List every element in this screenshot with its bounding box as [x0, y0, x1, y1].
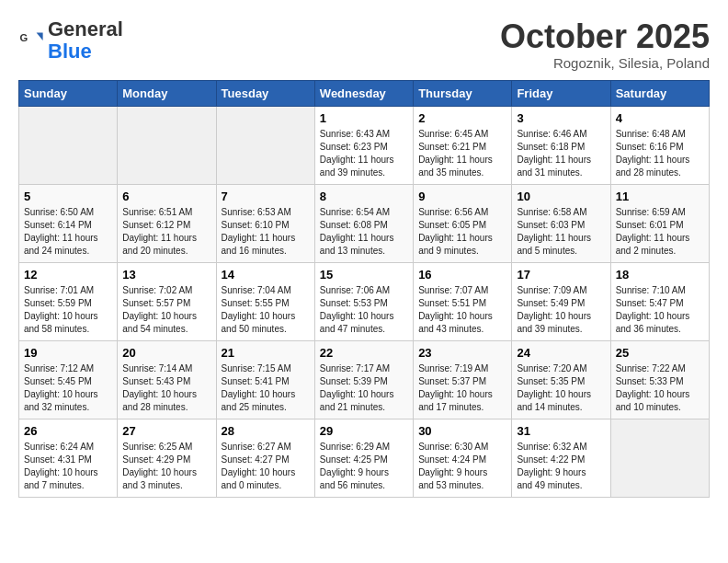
calendar-cell: 11Sunrise: 6:59 AM Sunset: 6:01 PM Dayli… [610, 184, 709, 262]
month-title: October 2025 [500, 18, 710, 55]
calendar-cell: 2Sunrise: 6:45 AM Sunset: 6:21 PM Daylig… [414, 106, 512, 184]
day-number: 7 [222, 190, 310, 203]
svg-text:G: G [19, 33, 28, 44]
calendar-cell: 9Sunrise: 6:56 AM Sunset: 6:05 PM Daylig… [414, 184, 512, 262]
day-info: Sunrise: 6:43 AM Sunset: 6:23 PM Dayligh… [320, 128, 408, 179]
weekday-header-friday: Friday [512, 80, 610, 106]
calendar-week-row: 1Sunrise: 6:43 AM Sunset: 6:23 PM Daylig… [19, 106, 710, 184]
day-number: 4 [616, 111, 704, 125]
day-info: Sunrise: 7:01 AM Sunset: 5:59 PM Dayligh… [24, 284, 112, 336]
day-number: 2 [418, 111, 506, 125]
day-info: Sunrise: 6:48 AM Sunset: 6:16 PM Dayligh… [616, 128, 704, 179]
calendar-week-row: 19Sunrise: 7:12 AM Sunset: 5:45 PM Dayli… [19, 340, 710, 419]
calendar-cell: 30Sunrise: 6:30 AM Sunset: 4:24 PM Dayli… [414, 419, 512, 497]
calendar-cell: 1Sunrise: 6:43 AM Sunset: 6:23 PM Daylig… [314, 106, 413, 184]
weekday-header-thursday: Thursday [414, 80, 512, 106]
day-number: 16 [418, 268, 506, 282]
calendar-cell: 27Sunrise: 6:25 AM Sunset: 4:29 PM Dayli… [118, 419, 216, 497]
weekday-header-saturday: Saturday [610, 80, 709, 106]
calendar-week-row: 5Sunrise: 6:50 AM Sunset: 6:14 PM Daylig… [19, 184, 710, 262]
calendar-cell: 6Sunrise: 6:51 AM Sunset: 6:12 PM Daylig… [118, 184, 216, 262]
location-subtitle: Rogoznik, Silesia, Poland [500, 55, 710, 71]
calendar-cell: 23Sunrise: 7:19 AM Sunset: 5:37 PM Dayli… [414, 340, 512, 419]
day-number: 22 [320, 346, 408, 360]
calendar-cell [19, 106, 118, 184]
day-number: 8 [320, 190, 408, 203]
calendar-cell: 12Sunrise: 7:01 AM Sunset: 5:59 PM Dayli… [19, 262, 118, 340]
day-number: 25 [616, 346, 704, 360]
calendar-cell: 18Sunrise: 7:10 AM Sunset: 5:47 PM Dayli… [610, 262, 709, 340]
day-info: Sunrise: 6:32 AM Sunset: 4:22 PM Dayligh… [517, 441, 605, 492]
calendar-cell: 7Sunrise: 6:53 AM Sunset: 6:10 PM Daylig… [216, 184, 314, 262]
day-number: 17 [517, 268, 605, 282]
calendar-cell: 13Sunrise: 7:02 AM Sunset: 5:57 PM Dayli… [118, 262, 216, 340]
day-info: Sunrise: 6:24 AM Sunset: 4:31 PM Dayligh… [24, 441, 112, 492]
day-info: Sunrise: 6:51 AM Sunset: 6:12 PM Dayligh… [122, 206, 210, 258]
day-info: Sunrise: 6:29 AM Sunset: 4:25 PM Dayligh… [320, 441, 408, 492]
day-number: 21 [222, 346, 310, 360]
logo-text: General Blue [48, 18, 123, 63]
calendar-cell: 24Sunrise: 7:20 AM Sunset: 5:35 PM Dayli… [512, 340, 610, 419]
day-info: Sunrise: 6:53 AM Sunset: 6:10 PM Dayligh… [222, 206, 310, 258]
day-number: 26 [24, 424, 112, 438]
title-area: October 2025 Rogoznik, Silesia, Poland [500, 18, 710, 71]
day-number: 20 [122, 346, 210, 360]
day-info: Sunrise: 6:25 AM Sunset: 4:29 PM Dayligh… [122, 441, 210, 492]
calendar-cell: 10Sunrise: 6:58 AM Sunset: 6:03 PM Dayli… [512, 184, 610, 262]
day-info: Sunrise: 6:30 AM Sunset: 4:24 PM Dayligh… [418, 441, 506, 492]
day-number: 28 [222, 424, 310, 438]
day-info: Sunrise: 7:10 AM Sunset: 5:47 PM Dayligh… [616, 284, 704, 336]
weekday-header-wednesday: Wednesday [314, 80, 413, 106]
logo: G General Blue [18, 18, 123, 63]
calendar-cell: 4Sunrise: 6:48 AM Sunset: 6:16 PM Daylig… [610, 106, 709, 184]
day-info: Sunrise: 7:19 AM Sunset: 5:37 PM Dayligh… [418, 362, 506, 414]
day-info: Sunrise: 6:56 AM Sunset: 6:05 PM Dayligh… [418, 206, 506, 258]
day-number: 1 [320, 111, 408, 125]
calendar-cell: 22Sunrise: 7:17 AM Sunset: 5:39 PM Dayli… [314, 340, 413, 419]
calendar-header-row: SundayMondayTuesdayWednesdayThursdayFrid… [19, 80, 710, 106]
day-number: 13 [122, 268, 210, 282]
calendar-cell: 14Sunrise: 7:04 AM Sunset: 5:55 PM Dayli… [216, 262, 314, 340]
day-number: 18 [616, 268, 704, 282]
day-number: 24 [517, 346, 605, 360]
logo-icon: G [18, 28, 44, 53]
day-number: 14 [222, 268, 310, 282]
calendar-cell: 29Sunrise: 6:29 AM Sunset: 4:25 PM Dayli… [314, 419, 413, 497]
calendar-cell [610, 419, 709, 497]
day-info: Sunrise: 7:09 AM Sunset: 5:49 PM Dayligh… [517, 284, 605, 336]
calendar-cell: 25Sunrise: 7:22 AM Sunset: 5:33 PM Dayli… [610, 340, 709, 419]
weekday-header-tuesday: Tuesday [216, 80, 314, 106]
day-number: 15 [320, 268, 408, 282]
day-info: Sunrise: 6:59 AM Sunset: 6:01 PM Dayligh… [616, 206, 704, 258]
day-info: Sunrise: 7:06 AM Sunset: 5:53 PM Dayligh… [320, 284, 408, 336]
calendar-cell: 15Sunrise: 7:06 AM Sunset: 5:53 PM Dayli… [314, 262, 413, 340]
day-info: Sunrise: 7:02 AM Sunset: 5:57 PM Dayligh… [122, 284, 210, 336]
day-info: Sunrise: 6:45 AM Sunset: 6:21 PM Dayligh… [418, 128, 506, 179]
calendar-cell [118, 106, 216, 184]
calendar-cell: 21Sunrise: 7:15 AM Sunset: 5:41 PM Dayli… [216, 340, 314, 419]
day-number: 29 [320, 424, 408, 438]
day-number: 31 [517, 424, 605, 438]
day-info: Sunrise: 7:17 AM Sunset: 5:39 PM Dayligh… [320, 362, 408, 414]
calendar-cell: 26Sunrise: 6:24 AM Sunset: 4:31 PM Dayli… [19, 419, 118, 497]
day-number: 10 [517, 190, 605, 203]
day-number: 5 [24, 190, 112, 203]
calendar-cell: 3Sunrise: 6:46 AM Sunset: 6:18 PM Daylig… [512, 106, 610, 184]
day-number: 12 [24, 268, 112, 282]
day-info: Sunrise: 7:15 AM Sunset: 5:41 PM Dayligh… [222, 362, 310, 414]
calendar-cell: 28Sunrise: 6:27 AM Sunset: 4:27 PM Dayli… [216, 419, 314, 497]
day-info: Sunrise: 7:12 AM Sunset: 5:45 PM Dayligh… [24, 362, 112, 414]
day-info: Sunrise: 7:04 AM Sunset: 5:55 PM Dayligh… [222, 284, 310, 336]
day-number: 27 [122, 424, 210, 438]
day-info: Sunrise: 6:50 AM Sunset: 6:14 PM Dayligh… [24, 206, 112, 258]
calendar-week-row: 12Sunrise: 7:01 AM Sunset: 5:59 PM Dayli… [19, 262, 710, 340]
day-info: Sunrise: 6:27 AM Sunset: 4:27 PM Dayligh… [222, 441, 310, 492]
calendar-cell: 16Sunrise: 7:07 AM Sunset: 5:51 PM Dayli… [414, 262, 512, 340]
day-number: 3 [517, 111, 605, 125]
day-number: 6 [122, 190, 210, 203]
calendar-cell: 20Sunrise: 7:14 AM Sunset: 5:43 PM Dayli… [118, 340, 216, 419]
calendar-cell: 8Sunrise: 6:54 AM Sunset: 6:08 PM Daylig… [314, 184, 413, 262]
day-number: 19 [24, 346, 112, 360]
day-info: Sunrise: 7:20 AM Sunset: 5:35 PM Dayligh… [517, 362, 605, 414]
day-info: Sunrise: 6:54 AM Sunset: 6:08 PM Dayligh… [320, 206, 408, 258]
